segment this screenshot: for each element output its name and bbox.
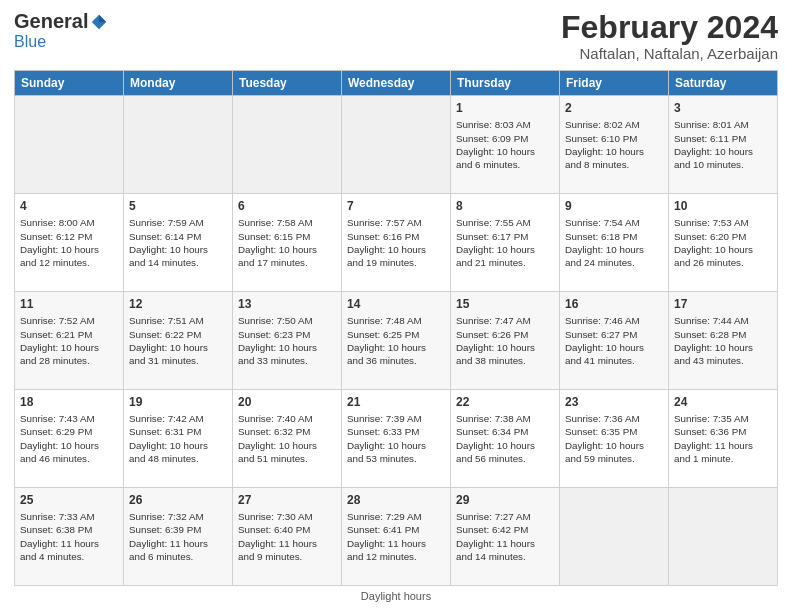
day-number: 25 (20, 492, 118, 508)
day-number: 20 (238, 394, 336, 410)
day-header-monday: Monday (124, 71, 233, 96)
calendar-week-3: 11Sunrise: 7:52 AM Sunset: 6:21 PM Dayli… (15, 292, 778, 390)
calendar-cell: 8Sunrise: 7:55 AM Sunset: 6:17 PM Daylig… (451, 194, 560, 292)
calendar-week-1: 1Sunrise: 8:03 AM Sunset: 6:09 PM Daylig… (15, 96, 778, 194)
day-info: Sunrise: 8:02 AM Sunset: 6:10 PM Dayligh… (565, 118, 663, 171)
calendar-cell: 6Sunrise: 7:58 AM Sunset: 6:15 PM Daylig… (233, 194, 342, 292)
day-info: Sunrise: 7:48 AM Sunset: 6:25 PM Dayligh… (347, 314, 445, 367)
day-info: Sunrise: 7:44 AM Sunset: 6:28 PM Dayligh… (674, 314, 772, 367)
calendar-cell: 1Sunrise: 8:03 AM Sunset: 6:09 PM Daylig… (451, 96, 560, 194)
calendar-header-row: SundayMondayTuesdayWednesdayThursdayFrid… (15, 71, 778, 96)
day-number: 14 (347, 296, 445, 312)
day-header-saturday: Saturday (669, 71, 778, 96)
day-info: Sunrise: 7:59 AM Sunset: 6:14 PM Dayligh… (129, 216, 227, 269)
day-header-friday: Friday (560, 71, 669, 96)
logo-general-text: General (14, 10, 88, 33)
calendar-cell (342, 96, 451, 194)
day-info: Sunrise: 7:33 AM Sunset: 6:38 PM Dayligh… (20, 510, 118, 563)
day-number: 15 (456, 296, 554, 312)
calendar-cell: 3Sunrise: 8:01 AM Sunset: 6:11 PM Daylig… (669, 96, 778, 194)
page: General Blue February 2024 Naftalan, Naf… (0, 0, 792, 612)
day-info: Sunrise: 8:00 AM Sunset: 6:12 PM Dayligh… (20, 216, 118, 269)
day-number: 26 (129, 492, 227, 508)
day-number: 29 (456, 492, 554, 508)
day-info: Sunrise: 7:43 AM Sunset: 6:29 PM Dayligh… (20, 412, 118, 465)
day-info: Sunrise: 7:55 AM Sunset: 6:17 PM Dayligh… (456, 216, 554, 269)
calendar-week-4: 18Sunrise: 7:43 AM Sunset: 6:29 PM Dayli… (15, 390, 778, 488)
day-number: 21 (347, 394, 445, 410)
day-number: 3 (674, 100, 772, 116)
day-info: Sunrise: 7:32 AM Sunset: 6:39 PM Dayligh… (129, 510, 227, 563)
calendar-week-2: 4Sunrise: 8:00 AM Sunset: 6:12 PM Daylig… (15, 194, 778, 292)
calendar-cell: 24Sunrise: 7:35 AM Sunset: 6:36 PM Dayli… (669, 390, 778, 488)
calendar-cell: 21Sunrise: 7:39 AM Sunset: 6:33 PM Dayli… (342, 390, 451, 488)
day-info: Sunrise: 7:46 AM Sunset: 6:27 PM Dayligh… (565, 314, 663, 367)
day-header-sunday: Sunday (15, 71, 124, 96)
day-info: Sunrise: 7:35 AM Sunset: 6:36 PM Dayligh… (674, 412, 772, 465)
day-info: Sunrise: 7:40 AM Sunset: 6:32 PM Dayligh… (238, 412, 336, 465)
day-header-wednesday: Wednesday (342, 71, 451, 96)
location: Naftalan, Naftalan, Azerbaijan (561, 45, 778, 62)
header: General Blue February 2024 Naftalan, Naf… (14, 10, 778, 62)
day-info: Sunrise: 7:57 AM Sunset: 6:16 PM Dayligh… (347, 216, 445, 269)
calendar-cell: 5Sunrise: 7:59 AM Sunset: 6:14 PM Daylig… (124, 194, 233, 292)
day-info: Sunrise: 7:51 AM Sunset: 6:22 PM Dayligh… (129, 314, 227, 367)
calendar-cell (15, 96, 124, 194)
calendar-cell: 15Sunrise: 7:47 AM Sunset: 6:26 PM Dayli… (451, 292, 560, 390)
calendar-table: SundayMondayTuesdayWednesdayThursdayFrid… (14, 70, 778, 586)
calendar-cell: 10Sunrise: 7:53 AM Sunset: 6:20 PM Dayli… (669, 194, 778, 292)
calendar-cell: 14Sunrise: 7:48 AM Sunset: 6:25 PM Dayli… (342, 292, 451, 390)
day-number: 28 (347, 492, 445, 508)
day-info: Sunrise: 7:52 AM Sunset: 6:21 PM Dayligh… (20, 314, 118, 367)
day-info: Sunrise: 7:47 AM Sunset: 6:26 PM Dayligh… (456, 314, 554, 367)
day-header-tuesday: Tuesday (233, 71, 342, 96)
day-info: Sunrise: 7:30 AM Sunset: 6:40 PM Dayligh… (238, 510, 336, 563)
day-info: Sunrise: 7:54 AM Sunset: 6:18 PM Dayligh… (565, 216, 663, 269)
calendar-cell: 2Sunrise: 8:02 AM Sunset: 6:10 PM Daylig… (560, 96, 669, 194)
calendar-cell: 19Sunrise: 7:42 AM Sunset: 6:31 PM Dayli… (124, 390, 233, 488)
logo-blue-text: Blue (14, 33, 46, 50)
svg-marker-1 (99, 14, 106, 21)
day-info: Sunrise: 7:58 AM Sunset: 6:15 PM Dayligh… (238, 216, 336, 269)
day-info: Sunrise: 7:38 AM Sunset: 6:34 PM Dayligh… (456, 412, 554, 465)
day-number: 9 (565, 198, 663, 214)
calendar-cell: 11Sunrise: 7:52 AM Sunset: 6:21 PM Dayli… (15, 292, 124, 390)
logo-icon (90, 13, 108, 31)
calendar-cell: 29Sunrise: 7:27 AM Sunset: 6:42 PM Dayli… (451, 488, 560, 586)
day-number: 2 (565, 100, 663, 116)
calendar-cell: 17Sunrise: 7:44 AM Sunset: 6:28 PM Dayli… (669, 292, 778, 390)
day-number: 1 (456, 100, 554, 116)
footer: Daylight hours (14, 590, 778, 602)
day-number: 13 (238, 296, 336, 312)
calendar-cell (669, 488, 778, 586)
day-info: Sunrise: 7:36 AM Sunset: 6:35 PM Dayligh… (565, 412, 663, 465)
day-number: 17 (674, 296, 772, 312)
day-number: 24 (674, 394, 772, 410)
day-info: Sunrise: 7:50 AM Sunset: 6:23 PM Dayligh… (238, 314, 336, 367)
calendar-cell: 9Sunrise: 7:54 AM Sunset: 6:18 PM Daylig… (560, 194, 669, 292)
calendar-week-5: 25Sunrise: 7:33 AM Sunset: 6:38 PM Dayli… (15, 488, 778, 586)
day-number: 12 (129, 296, 227, 312)
calendar-cell: 18Sunrise: 7:43 AM Sunset: 6:29 PM Dayli… (15, 390, 124, 488)
day-info: Sunrise: 8:01 AM Sunset: 6:11 PM Dayligh… (674, 118, 772, 171)
day-number: 4 (20, 198, 118, 214)
day-number: 6 (238, 198, 336, 214)
day-info: Sunrise: 7:42 AM Sunset: 6:31 PM Dayligh… (129, 412, 227, 465)
calendar-cell (233, 96, 342, 194)
day-number: 27 (238, 492, 336, 508)
daylight-hours-label: Daylight hours (361, 590, 431, 602)
day-number: 11 (20, 296, 118, 312)
day-number: 7 (347, 198, 445, 214)
calendar-cell: 4Sunrise: 8:00 AM Sunset: 6:12 PM Daylig… (15, 194, 124, 292)
calendar-cell: 7Sunrise: 7:57 AM Sunset: 6:16 PM Daylig… (342, 194, 451, 292)
month-year: February 2024 (561, 10, 778, 45)
day-number: 18 (20, 394, 118, 410)
day-info: Sunrise: 7:27 AM Sunset: 6:42 PM Dayligh… (456, 510, 554, 563)
calendar-cell: 26Sunrise: 7:32 AM Sunset: 6:39 PM Dayli… (124, 488, 233, 586)
calendar-cell: 12Sunrise: 7:51 AM Sunset: 6:22 PM Dayli… (124, 292, 233, 390)
calendar-cell: 16Sunrise: 7:46 AM Sunset: 6:27 PM Dayli… (560, 292, 669, 390)
day-number: 8 (456, 198, 554, 214)
calendar-cell: 22Sunrise: 7:38 AM Sunset: 6:34 PM Dayli… (451, 390, 560, 488)
calendar-cell (124, 96, 233, 194)
day-number: 16 (565, 296, 663, 312)
